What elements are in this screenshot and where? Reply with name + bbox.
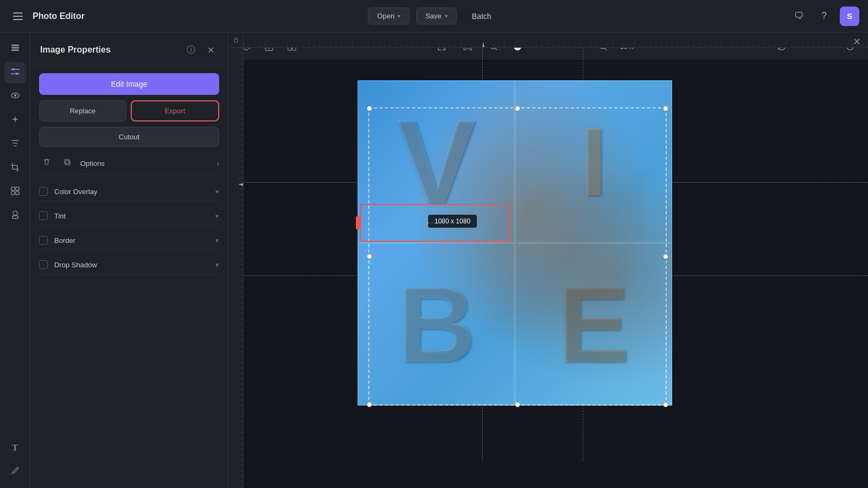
save-button[interactable]: Save ▾ — [416, 8, 457, 24]
sparkle-icon — [10, 114, 21, 127]
color-overlay-row: Color Overlay ▾ — [39, 182, 219, 201]
help-button[interactable]: ? — [815, 7, 833, 25]
drop-shadow-row: Drop Shadow ▾ — [39, 255, 219, 274]
border-label: Border — [54, 236, 215, 245]
info-icon: ⓘ — [187, 44, 195, 56]
drop-shadow-chevron-icon[interactable]: ▾ — [215, 261, 219, 269]
export-button[interactable]: Export — [131, 100, 219, 121]
svg-rect-14 — [16, 191, 19, 195]
stamp-button[interactable] — [4, 205, 26, 227]
close-panel-button[interactable]: ✕ — [203, 42, 218, 57]
letter-row-top: V I — [358, 80, 672, 243]
close-canvas-button[interactable]: ✕ — [847, 33, 866, 51]
effects-button[interactable] — [4, 110, 26, 131]
panel-body: Edit Image Replace Export Cutout — [30, 66, 228, 282]
main-area: T Image Properties ⓘ ✕ E — [0, 33, 868, 488]
options-label: Options — [80, 159, 105, 168]
drop-shadow-checkbox[interactable] — [39, 260, 48, 269]
replace-button[interactable]: Replace — [39, 100, 126, 121]
brush-button[interactable] — [4, 461, 26, 483]
save-chevron-icon: ▾ — [445, 13, 448, 19]
layers-button[interactable] — [4, 38, 26, 60]
panel-title: Image Properties — [40, 45, 111, 55]
canvas-area[interactable]: ✕ V — [228, 33, 868, 488]
canvas-viewport[interactable]: V I B E — [244, 48, 868, 461]
crop-icon — [10, 162, 21, 175]
color-overlay-label: Color Overlay — [54, 188, 215, 196]
svg-rect-30 — [228, 48, 243, 488]
stamp-icon — [10, 209, 21, 223]
color-overlay-chevron-icon[interactable]: ▾ — [215, 188, 219, 196]
svg-rect-19 — [234, 40, 238, 42]
ruler-corner — [228, 33, 244, 48]
svg-point-6 — [16, 73, 18, 75]
app-title: Photo Editor — [33, 11, 85, 21]
svg-rect-16 — [12, 216, 18, 219]
trash-icon — [42, 158, 51, 169]
close-canvas-icon: ✕ — [853, 36, 861, 48]
panel-header-icons: ⓘ ✕ — [183, 42, 218, 57]
copy-icon — [63, 158, 72, 169]
svg-rect-12 — [16, 187, 19, 190]
close-icon: ✕ — [207, 45, 214, 55]
tint-chevron-icon[interactable]: ▾ — [215, 212, 219, 220]
text-icon: T — [12, 443, 18, 453]
svg-rect-1 — [11, 47, 19, 48]
grid-icon — [10, 185, 21, 199]
chat-icon: 🗨 — [794, 10, 804, 22]
topbar: Photo Editor Open ▾ Save ▾ Batch 🗨 ? S — [0, 0, 868, 33]
layers-icon — [10, 42, 21, 56]
letter-i: I — [515, 80, 672, 243]
border-chevron-icon[interactable]: ▾ — [215, 236, 219, 245]
ruler-v-svg — [228, 48, 243, 488]
replace-export-row: Replace Export — [39, 100, 219, 121]
eye-button[interactable] — [4, 86, 26, 107]
letter-v: V — [358, 80, 515, 243]
eye-icon — [10, 90, 21, 104]
delete-button[interactable] — [39, 156, 54, 171]
drop-shadow-label: Drop Shadow — [54, 261, 215, 269]
svg-rect-0 — [11, 49, 19, 51]
open-button[interactable]: Open ▾ — [368, 8, 410, 24]
image-container[interactable]: V I B E — [358, 80, 672, 406]
hamburger-menu-button[interactable] — [9, 7, 27, 25]
topbar-center: Open ▾ Save ▾ Batch — [117, 8, 751, 24]
batch-button[interactable]: Batch — [463, 8, 500, 24]
ruler-horizontal — [244, 33, 868, 48]
cutout-button[interactable]: Cutout — [39, 127, 219, 147]
options-left: Options — [39, 156, 105, 171]
tint-checkbox[interactable] — [39, 211, 48, 220]
elements-button[interactable] — [4, 181, 26, 203]
svg-rect-24 — [244, 33, 868, 47]
chat-button[interactable]: 🗨 — [790, 7, 808, 25]
duplicate-button[interactable] — [60, 156, 75, 171]
svg-rect-13 — [11, 191, 15, 195]
svg-point-15 — [13, 211, 17, 215]
crop-button[interactable] — [4, 157, 26, 179]
open-chevron-icon: ▾ — [398, 13, 400, 19]
avatar-button[interactable]: S — [840, 7, 859, 26]
svg-rect-18 — [65, 159, 69, 164]
svg-point-10 — [14, 94, 16, 96]
letter-e: E — [515, 243, 672, 406]
filters-button[interactable] — [4, 133, 26, 155]
panel-header: Image Properties ⓘ ✕ — [30, 33, 228, 66]
hamburger-icon — [13, 12, 23, 20]
options-chevron-icon[interactable]: › — [216, 159, 219, 168]
svg-rect-2 — [11, 44, 19, 46]
properties-button[interactable] — [4, 62, 26, 84]
text-button[interactable]: T — [4, 437, 26, 459]
question-icon: ? — [821, 10, 827, 22]
ruler-vertical — [228, 48, 244, 488]
tint-row: Tint ▾ — [39, 207, 219, 226]
edit-image-button[interactable]: Edit Image — [39, 73, 219, 95]
side-panel: Image Properties ⓘ ✕ Edit Image Replace … — [30, 33, 228, 488]
border-checkbox[interactable] — [39, 236, 48, 245]
color-overlay-checkbox[interactable] — [39, 187, 48, 196]
letter-b: B — [358, 243, 515, 406]
tint-label: Tint — [54, 212, 215, 220]
info-button[interactable]: ⓘ — [183, 42, 199, 57]
svg-point-3 — [12, 68, 15, 70]
filter-icon — [10, 138, 21, 151]
svg-rect-11 — [11, 187, 15, 190]
